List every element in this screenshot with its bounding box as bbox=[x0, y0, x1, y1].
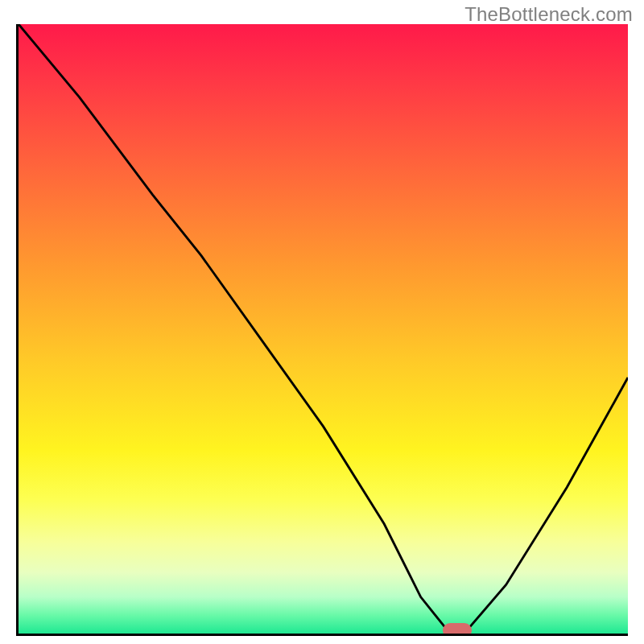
bottleneck-curve bbox=[19, 24, 628, 634]
chart-container: TheBottleneck.com bbox=[0, 0, 644, 644]
optimal-marker bbox=[443, 623, 472, 636]
plot-area bbox=[16, 24, 628, 636]
watermark-text: TheBottleneck.com bbox=[464, 3, 633, 26]
curve-path bbox=[19, 24, 628, 627]
